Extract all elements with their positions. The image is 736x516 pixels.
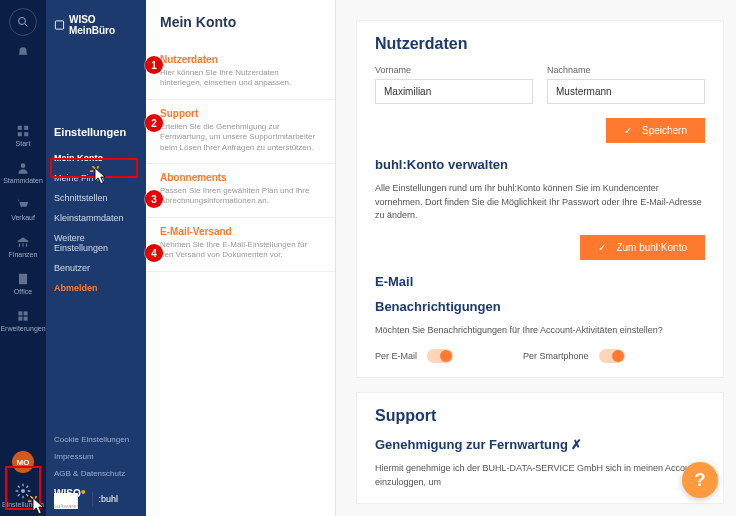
svg-rect-3 — [24, 126, 28, 130]
search-button[interactable] — [9, 8, 37, 36]
subnav-head: Abonnements — [160, 172, 321, 183]
nachname-input[interactable] — [547, 79, 705, 104]
vorname-input[interactable] — [375, 79, 533, 104]
sidebar-item-weitere[interactable]: Weitere Einstellungen — [46, 228, 146, 258]
rail-erweiterungen[interactable]: Erweiterungen — [0, 309, 45, 332]
section-title: buhl:Konto verwalten — [375, 157, 705, 172]
subnav-head: E-Mail-Versand — [160, 226, 321, 237]
svg-rect-4 — [18, 132, 22, 136]
brand-icon — [54, 19, 65, 31]
footer-agb[interactable]: AGB & Datenschutz — [46, 465, 146, 482]
cart-icon — [16, 198, 30, 212]
svg-rect-10 — [18, 317, 22, 321]
section-title: Nutzerdaten — [375, 35, 705, 53]
marker-2: 2 — [145, 114, 163, 132]
save-button[interactable]: ✓Speichern — [606, 118, 705, 143]
subnav-head: Nutzerdaten — [160, 54, 321, 65]
check-icon: ✓ — [624, 125, 632, 136]
subnav-desc: Passen Sie Ihren gewählten Plan und Ihre… — [160, 186, 321, 207]
rail-label: Einstellungen — [2, 501, 44, 508]
svg-point-6 — [21, 163, 26, 168]
rail-label: Finanzen — [9, 251, 38, 258]
subnav-desc: Hier können Sie Ihre Nutzerdaten hinterl… — [160, 68, 321, 89]
sidebar-item-meinefirma[interactable]: Meine Firma — [46, 168, 146, 188]
subnav-email[interactable]: E-Mail-Versand Nehmen Sie Ihre E-Mail-Ei… — [146, 218, 335, 272]
marker-4: 4 — [145, 244, 163, 262]
vorname-label: Vorname — [375, 65, 533, 75]
nav-rail: Start Stammdaten Verkauf Finanzen Office… — [0, 0, 46, 516]
search-icon — [17, 16, 29, 28]
subnav-desc: Nehmen Sie Ihre E-Mail-Einstellungen für… — [160, 240, 321, 261]
footer-cookie[interactable]: Cookie Einstellungen — [46, 431, 146, 448]
section-desc: Hiermit genehmige ich der BUHL-DATA-SERV… — [375, 462, 705, 489]
section-desc: Möchten Sie Benachrichtigungen für Ihre … — [375, 324, 705, 338]
sidebar-item-benutzer[interactable]: Benutzer — [46, 258, 146, 278]
grid-icon — [16, 124, 30, 138]
avatar[interactable]: MO — [12, 451, 34, 473]
sidebar-item-meinkonto[interactable]: Mein Konto — [46, 148, 146, 168]
subnav-support[interactable]: Support Erteilen Sie die Genehmigung zur… — [146, 100, 335, 164]
main-content: Nutzerdaten Vorname Nachname ✓Speichern … — [336, 0, 736, 516]
subnav-head: Support — [160, 108, 321, 119]
rail-label: Office — [14, 288, 32, 295]
svg-rect-11 — [24, 317, 28, 321]
svg-rect-5 — [24, 132, 28, 136]
svg-rect-8 — [18, 311, 22, 315]
svg-rect-2 — [18, 126, 22, 130]
buhlkonto-button[interactable]: ✓Zum buhl:Konto — [580, 235, 705, 260]
toggle-email[interactable] — [427, 349, 453, 363]
svg-line-1 — [25, 24, 28, 27]
bell-icon — [16, 46, 30, 60]
check-icon: ✓ — [598, 242, 606, 253]
sidebar-item-kleinstammdaten[interactable]: Kleinstammdaten — [46, 208, 146, 228]
marker-3: 3 — [145, 190, 163, 208]
rail-label: Verkauf — [11, 214, 35, 221]
puzzle-icon — [16, 309, 30, 323]
subnav-title: Mein Konto — [146, 10, 335, 46]
rail-label: Start — [16, 140, 31, 147]
toggle-smartphone[interactable] — [599, 349, 625, 363]
people-icon — [16, 161, 30, 175]
subnav-desc: Erteilen Sie die Genehmigung zur Fernwar… — [160, 122, 321, 153]
svg-rect-9 — [24, 311, 28, 315]
help-fab[interactable]: ? — [682, 462, 718, 498]
sidebar-item-schnittstellen[interactable]: Schnittstellen — [46, 188, 146, 208]
toggle-label: Per Smartphone — [523, 351, 589, 361]
rail-label: Stammdaten — [3, 177, 43, 184]
footer-impressum[interactable]: Impressum — [46, 448, 146, 465]
brand: WISO MeinBüro — [46, 10, 146, 50]
rail-verkauf[interactable]: Verkauf — [11, 198, 35, 221]
rail-office[interactable]: Office — [14, 272, 32, 295]
rail-settings[interactable]: Einstellungen — [2, 483, 44, 508]
svg-point-12 — [21, 489, 25, 493]
rail-label: Erweiterungen — [0, 325, 45, 332]
section-title: Benachrichtigungen — [375, 299, 705, 314]
marker-1: 1 — [145, 56, 163, 74]
section-title: Support — [375, 407, 705, 425]
nachname-label: Nachname — [547, 65, 705, 75]
svg-rect-7 — [19, 274, 27, 285]
sidebar: WISO MeinBüro Einstellungen Mein Konto M… — [46, 0, 146, 516]
bank-icon — [16, 235, 30, 249]
card-nutzerdaten: Nutzerdaten Vorname Nachname ✓Speichern … — [356, 20, 724, 378]
svg-rect-13 — [55, 21, 63, 29]
section-desc: Alle Einstellungen rund um Ihr buhl:Kont… — [375, 182, 705, 223]
card-support: Support Genehmigung zur Fernwartung ✗ Hi… — [356, 392, 724, 504]
rail-bell[interactable] — [16, 46, 30, 60]
gear-icon — [15, 483, 31, 499]
rail-finanzen[interactable]: Finanzen — [9, 235, 38, 258]
rail-start[interactable]: Start — [16, 124, 31, 147]
toggle-label: Per E-Mail — [375, 351, 417, 361]
subnav-abonnements[interactable]: Abonnements Passen Sie Ihren gewählten P… — [146, 164, 335, 218]
rail-stammdaten[interactable]: Stammdaten — [3, 161, 43, 184]
section-title: E-Mail — [375, 274, 705, 289]
footer-logos: WISO•software :buhl — [46, 482, 146, 516]
sidebar-title: Einstellungen — [46, 120, 146, 148]
section-subtitle: Genehmigung zur Fernwartung ✗ — [375, 437, 705, 452]
subnav: Mein Konto Nutzerdaten Hier können Sie I… — [146, 0, 336, 516]
sidebar-item-abmelden[interactable]: Abmelden — [46, 278, 146, 298]
doc-icon — [16, 272, 30, 286]
svg-point-0 — [19, 18, 26, 25]
subnav-nutzerdaten[interactable]: Nutzerdaten Hier können Sie Ihre Nutzerd… — [146, 46, 335, 100]
